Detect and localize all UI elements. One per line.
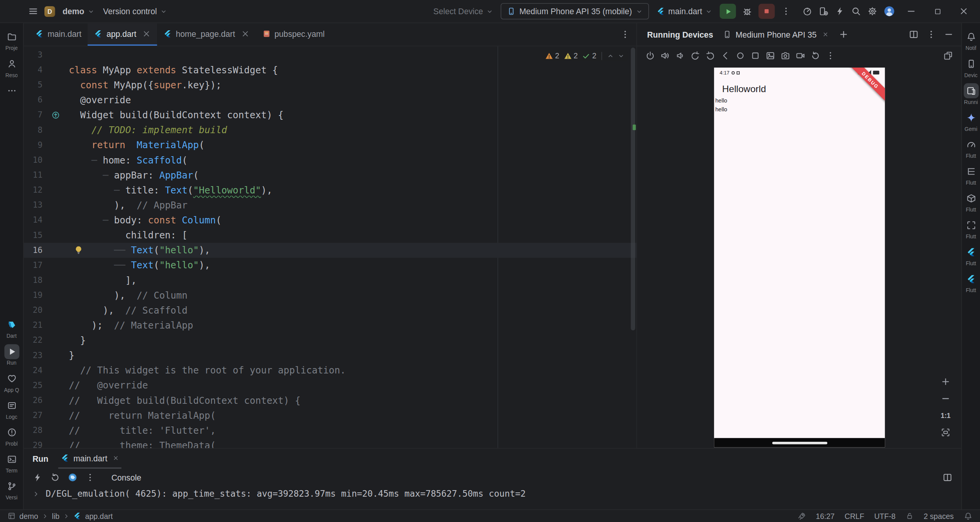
screenshot-button[interactable]: [764, 49, 777, 63]
tool-stripe-item-devic[interactable]: Devic: [962, 54, 980, 81]
tool-stripe-item-flutt[interactable]: Flutt: [962, 188, 980, 215]
notifications-icon[interactable]: [964, 512, 973, 520]
device-selector[interactable]: Medium Phone API 35 (mobile): [501, 3, 649, 19]
panel-options-icon[interactable]: [926, 30, 936, 40]
add-device-icon[interactable]: [838, 30, 848, 40]
close-tab-icon[interactable]: [142, 30, 151, 38]
tool-stripe-item-flutt[interactable]: Flutt: [962, 135, 980, 162]
device-manager-icon[interactable]: [818, 6, 828, 16]
phone-nav-bar[interactable]: [714, 438, 885, 447]
hot-restart-icon[interactable]: [50, 472, 60, 482]
code-line-4[interactable]: 4class MyApp extends StatelessWidget {: [24, 63, 636, 78]
rotate-left-button[interactable]: [688, 49, 702, 63]
more-run-actions-icon[interactable]: [781, 6, 791, 16]
console-output[interactable]: D/EGL_emulation( 4625): app_time_stats: …: [24, 486, 961, 499]
code-line-14[interactable]: 14 ─ body: const Column(: [24, 213, 636, 228]
app-process-icon[interactable]: [68, 472, 78, 482]
code-editor[interactable]: 34class MyApp extends StatelessWidget {5…: [24, 46, 636, 448]
camera-button[interactable]: [778, 49, 792, 63]
tool-stripe-item-flutt[interactable]: Flutt: [962, 162, 980, 188]
code-line-16[interactable]: 16 ── Text("hello"),: [24, 243, 636, 258]
breadcrumb-project[interactable]: demo: [20, 512, 38, 520]
prev-problem-icon[interactable]: [607, 52, 614, 59]
file-encoding[interactable]: UTF-8: [874, 512, 895, 520]
lock-icon[interactable]: [906, 512, 914, 520]
code-line-23[interactable]: 23}: [24, 348, 636, 363]
maximize-button[interactable]: [927, 0, 947, 23]
close-tab-icon[interactable]: [822, 31, 828, 38]
inspection-badge[interactable]: 2: [582, 51, 597, 60]
code-line-11[interactable]: 11 ─ appBar: AppBar(: [24, 168, 636, 183]
expand-icon[interactable]: [33, 490, 40, 497]
zoom-fit-button[interactable]: [940, 427, 951, 438]
zoom-reset-button[interactable]: 1:1: [940, 410, 951, 421]
code-line-8[interactable]: 8 // TODO: implement build: [24, 123, 636, 138]
code-line-12[interactable]: 12 ─ title: Text("Helloworld"),: [24, 183, 636, 198]
tool-stripe-item-run[interactable]: Run: [0, 342, 23, 368]
nav-back-button[interactable]: [719, 49, 732, 63]
code-line-21[interactable]: 21 ); // MaterialApp: [24, 318, 636, 333]
kebab-button[interactable]: [823, 49, 837, 63]
code-line-26[interactable]: 26// Widget build(BuildContext context) …: [24, 393, 636, 408]
next-problem-icon[interactable]: [618, 52, 625, 59]
hide-panel-icon[interactable]: [944, 30, 954, 40]
editor-tab-main-dart[interactable]: main.dart: [29, 23, 88, 46]
project-selector[interactable]: demo: [61, 5, 96, 17]
code-line-20[interactable]: 20 ), // Scaffold: [24, 303, 636, 318]
code-line-5[interactable]: 5 const MyApp({super.key});: [24, 78, 636, 93]
inspections-widget[interactable]: 222: [542, 50, 628, 61]
editor-scrollbar[interactable]: [631, 48, 635, 330]
breadcrumb-file[interactable]: app.dart: [85, 512, 113, 520]
select-device-dropdown[interactable]: Select Device: [432, 5, 494, 17]
code-line-29[interactable]: 29// theme: ThemeData(: [24, 438, 636, 448]
tool-stripe-item-flutt[interactable]: Flutt: [962, 242, 980, 269]
tool-stripe-item-proje[interactable]: Proje: [0, 27, 23, 54]
code-line-7[interactable]: 7 Widget build(BuildContext context) {: [24, 107, 636, 122]
avatar[interactable]: [884, 6, 895, 17]
hot-reload-icon[interactable]: [33, 472, 43, 482]
tool-stripe-item-app-q[interactable]: App Q: [0, 368, 23, 395]
close-tab-icon[interactable]: [113, 455, 119, 461]
lightning-icon[interactable]: [835, 6, 845, 16]
editor-tab-app-dart[interactable]: app.dart: [88, 23, 157, 46]
code-line-28[interactable]: 28// title: 'Flutter',: [24, 423, 636, 438]
tool-stripe-item-dart[interactable]: Dart: [0, 315, 23, 342]
attach-button[interactable]: [941, 49, 955, 63]
code-line-19[interactable]: 19 ), // Column: [24, 288, 636, 303]
editor-tab-pubspec-yaml[interactable]: pubspec.yaml: [256, 23, 331, 46]
search-icon[interactable]: [851, 6, 861, 16]
code-line-13[interactable]: 13 ), // AppBar: [24, 198, 636, 213]
layout-settings-icon[interactable]: [942, 472, 952, 482]
volume-up-button[interactable]: [658, 49, 672, 63]
console-options-icon[interactable]: [85, 472, 95, 482]
tab-options-icon[interactable]: [620, 30, 630, 40]
debug-button[interactable]: [742, 6, 752, 16]
tool-stripe-item-versi[interactable]: Versi: [0, 476, 23, 503]
rotate-right-button[interactable]: [703, 49, 717, 63]
tool-stripe-item-probl[interactable]: Probl: [0, 422, 23, 449]
editor-tab-home-page-dart[interactable]: home_page.dart: [157, 23, 256, 46]
code-line-17[interactable]: 17 ── Text("hello"),: [24, 258, 636, 273]
tool-stripe-item-flutt[interactable]: Flutt: [962, 269, 980, 296]
version-control-menu[interactable]: Version control: [102, 5, 168, 17]
stop-button[interactable]: [759, 4, 775, 19]
rocket-icon[interactable]: [797, 512, 806, 520]
tool-stripe-item-runni[interactable]: Runni: [962, 81, 980, 107]
reset-button[interactable]: [808, 49, 822, 63]
settings-icon[interactable]: [868, 6, 878, 16]
video-button[interactable]: [793, 49, 807, 63]
console-tab[interactable]: Console: [111, 473, 141, 482]
volume-down-button[interactable]: [673, 49, 687, 63]
tool-stripe-item-notif[interactable]: Notif: [962, 27, 980, 54]
tool-stripe-item-item[interactable]: [0, 81, 23, 101]
nav-home-button[interactable]: [734, 49, 747, 63]
tool-stripe-item-gemi[interactable]: Gemi: [962, 107, 980, 134]
code-line-22[interactable]: 22 }: [24, 333, 636, 348]
tool-stripe-item-flutt[interactable]: Flutt: [962, 215, 980, 242]
code-line-27[interactable]: 27// return MaterialApp(: [24, 408, 636, 423]
code-line-10[interactable]: 10 ─ home: Scaffold(: [24, 153, 636, 168]
device-tab[interactable]: Medium Phone API 35: [721, 23, 831, 46]
inspection-badge[interactable]: 2: [564, 51, 578, 60]
code-line-9[interactable]: 9 return MaterialApp(: [24, 138, 636, 153]
profiler-icon[interactable]: [802, 6, 812, 16]
